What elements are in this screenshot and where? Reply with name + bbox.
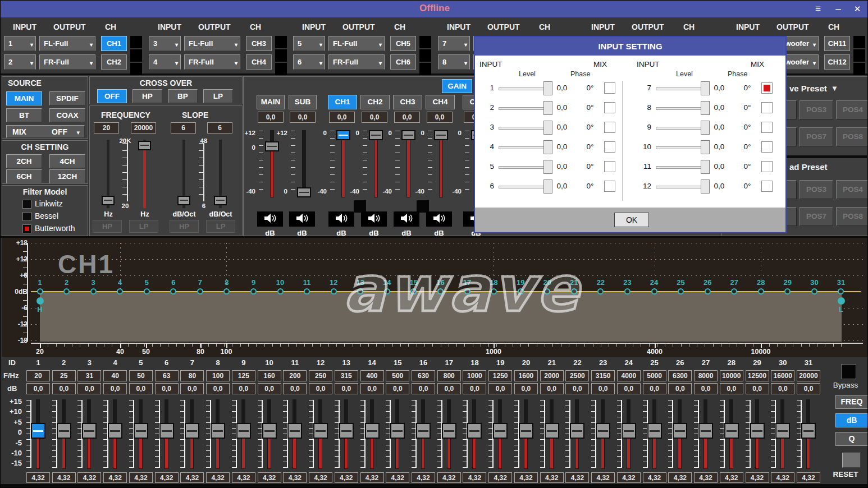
- gain-slider-thumb[interactable]: [265, 141, 279, 151]
- chsetting-2ch-button[interactable]: 2CH: [6, 154, 42, 168]
- input-select[interactable]: 3▾: [149, 36, 181, 51]
- band-gain[interactable]: 0,0: [283, 383, 307, 394]
- fader-thumb[interactable]: [698, 423, 713, 439]
- band-frequency[interactable]: 250: [309, 370, 332, 381]
- band-gain[interactable]: 0,0: [643, 383, 666, 394]
- fader-thumb[interactable]: [287, 423, 302, 439]
- band-gain[interactable]: 0,0: [26, 383, 50, 394]
- fader-thumb[interactable]: [185, 423, 199, 439]
- fader-thumb[interactable]: [493, 423, 508, 439]
- mute-button[interactable]: [289, 211, 315, 227]
- band-gain[interactable]: 0,0: [309, 383, 332, 394]
- band-gain[interactable]: 0,0: [694, 383, 718, 394]
- band-frequency[interactable]: 1600: [514, 370, 538, 381]
- gain-channel-button[interactable]: SUB: [289, 95, 317, 109]
- level-slider-thumb[interactable]: [701, 160, 710, 174]
- band-gain[interactable]: 0,0: [463, 383, 486, 394]
- band-gain[interactable]: 0,0: [77, 383, 101, 394]
- band-gain[interactable]: 0,0: [514, 383, 538, 394]
- source-bt-button[interactable]: BT: [6, 108, 42, 122]
- fader-thumb[interactable]: [262, 423, 277, 439]
- band-frequency[interactable]: 2000: [540, 370, 564, 381]
- band-gain[interactable]: 0,0: [258, 383, 281, 394]
- output-select[interactable]: FR-Full▾: [39, 54, 95, 70]
- band-gain[interactable]: 0,0: [180, 383, 204, 394]
- band-frequency[interactable]: 25: [52, 370, 76, 381]
- band-frequency[interactable]: 160: [258, 370, 281, 381]
- xo-slider-thumb[interactable]: [177, 196, 190, 205]
- band-frequency[interactable]: 16000: [771, 370, 794, 381]
- output-select[interactable]: FL-Full▾: [328, 36, 385, 51]
- level-slider-thumb[interactable]: [543, 160, 552, 174]
- band-gain[interactable]: 0,0: [720, 383, 743, 394]
- band-gain[interactable]: 0,0: [668, 383, 692, 394]
- fader-thumb[interactable]: [673, 423, 687, 439]
- load-preset-pos-button[interactable]: POS3: [800, 180, 833, 199]
- band-point[interactable]: [811, 288, 817, 294]
- mix-checkbox[interactable]: [604, 102, 615, 113]
- fader-thumb[interactable]: [365, 423, 380, 439]
- band-frequency[interactable]: 20000: [797, 370, 820, 381]
- level-slider-thumb[interactable]: [701, 81, 710, 95]
- band-frequency[interactable]: 315: [335, 370, 358, 381]
- band-frequency[interactable]: 5000: [643, 370, 666, 381]
- mix-checkbox[interactable]: [761, 161, 773, 172]
- band-point[interactable]: [758, 288, 764, 294]
- input-select[interactable]: 2▾: [4, 54, 36, 70]
- level-slider-thumb[interactable]: [701, 121, 710, 135]
- xo-lp-disabled-button[interactable]: LP: [129, 220, 158, 233]
- source-coax-button[interactable]: COAX: [49, 108, 85, 122]
- output-select[interactable]: FR-Full▾: [184, 54, 240, 70]
- input-select[interactable]: 1▾: [4, 36, 36, 51]
- source-spdif-button[interactable]: SPDIF: [49, 91, 85, 105]
- band-frequency[interactable]: 63: [155, 370, 179, 381]
- fader-thumb[interactable]: [545, 423, 559, 439]
- band-frequency[interactable]: 800: [437, 370, 461, 381]
- xo-hp-disabled-button[interactable]: HP: [170, 220, 199, 233]
- fader-thumb[interactable]: [647, 423, 662, 439]
- band-frequency[interactable]: 31: [77, 370, 101, 381]
- minimize-icon[interactable]: –: [830, 2, 846, 16]
- channel-button[interactable]: CH12: [824, 54, 850, 70]
- save-preset-pos-button[interactable]: POS7: [800, 127, 833, 146]
- fader-thumb[interactable]: [596, 423, 610, 439]
- load-preset-pos-button[interactable]: POS7: [800, 207, 833, 226]
- mix-checkbox[interactable]: [761, 181, 773, 192]
- input-select[interactable]: 6▾: [293, 54, 325, 70]
- xo-value-input[interactable]: 20000: [131, 122, 156, 133]
- output-select[interactable]: FL-Full▾: [184, 36, 240, 51]
- band-frequency[interactable]: 80: [180, 370, 204, 381]
- crossover-bp-button[interactable]: BP: [168, 89, 198, 103]
- band-point[interactable]: [144, 288, 150, 294]
- band-gain[interactable]: 0,0: [797, 383, 820, 394]
- fader-thumb[interactable]: [339, 423, 354, 439]
- level-slider-thumb[interactable]: [543, 140, 552, 154]
- chsetting-6ch-button[interactable]: 6CH: [6, 169, 42, 183]
- filter-butterworth-checkbox[interactable]: [22, 224, 31, 233]
- chsetting-4ch-button[interactable]: 4CH: [49, 154, 85, 168]
- mix-checkbox[interactable]: [761, 141, 773, 153]
- channel-button[interactable]: CH2: [101, 54, 127, 70]
- band-gain[interactable]: 0,0: [412, 383, 435, 394]
- band-point[interactable]: [838, 288, 844, 294]
- fader-thumb[interactable]: [134, 423, 148, 439]
- fader-thumb[interactable]: [724, 423, 739, 439]
- fader-thumb[interactable]: [775, 423, 790, 439]
- reset-button[interactable]: [842, 453, 861, 468]
- mix-checkbox[interactable]: [604, 82, 615, 94]
- band-gain[interactable]: 0,0: [540, 383, 564, 394]
- output-select[interactable]: FL-Full▾: [39, 36, 95, 51]
- band-point[interactable]: [651, 288, 657, 294]
- channel-button[interactable]: CH4: [246, 54, 272, 70]
- band-point[interactable]: [464, 288, 470, 294]
- band-point[interactable]: [277, 288, 284, 294]
- crossover-hp-button[interactable]: HP: [133, 89, 162, 103]
- xo-slider-thumb[interactable]: [214, 196, 227, 205]
- band-point[interactable]: [63, 288, 70, 294]
- band-frequency[interactable]: 2500: [565, 370, 589, 381]
- fader-thumb[interactable]: [108, 423, 122, 439]
- band-point[interactable]: [678, 288, 684, 294]
- fader-thumb[interactable]: [750, 423, 765, 439]
- band-frequency[interactable]: 200: [283, 370, 307, 381]
- band-gain[interactable]: 0,0: [155, 383, 179, 394]
